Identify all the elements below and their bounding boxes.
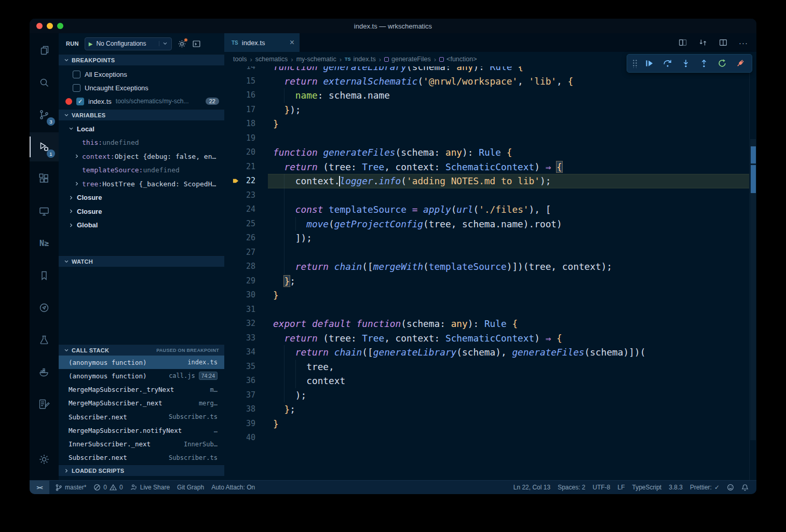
code-line[interactable]: 39} <box>224 417 749 431</box>
code-line[interactable]: 40 <box>224 431 749 445</box>
variable-row[interactable]: templateSource: undefined <box>59 163 224 178</box>
extensions-icon[interactable] <box>30 165 59 194</box>
call-stack-frame[interactable]: InnerSubscriber._nextInnerSub… <box>59 438 224 451</box>
beaker-icon[interactable] <box>30 325 59 354</box>
breakpoints-header[interactable]: BREAKPOINTS <box>59 54 224 65</box>
code-line[interactable]: 17 }); <box>224 103 749 117</box>
code-line[interactable]: 15 return externalSchematic('@nrwl/works… <box>224 74 749 89</box>
code-line[interactable]: 16 name: schema.name <box>224 88 749 103</box>
step-out-button[interactable] <box>695 54 713 72</box>
git-graph-button[interactable]: Git Graph <box>173 481 208 494</box>
code-line[interactable]: 38 }; <box>224 402 749 417</box>
minimize-window-button[interactable] <box>47 23 53 29</box>
open-changes-icon[interactable] <box>678 38 687 47</box>
continue-button[interactable] <box>640 54 658 72</box>
breadcrumb-item[interactable]: schematics <box>255 56 288 63</box>
breadcrumb-item[interactable]: <function> <box>439 56 477 63</box>
line-number[interactable]: 18 <box>224 117 255 131</box>
call-stack-frame[interactable]: MergeMapSubscriber._nextmerg… <box>59 397 224 410</box>
line-number[interactable]: 17 <box>224 103 255 117</box>
notifications-bell-icon[interactable] <box>738 481 752 494</box>
code-line[interactable]: 19 <box>224 131 749 146</box>
debug-console-button[interactable] <box>192 39 201 48</box>
line-number[interactable]: 33 <box>224 331 255 346</box>
line-number[interactable]: 29 <box>224 274 255 289</box>
variable-scope-row[interactable]: Closure <box>59 204 224 219</box>
cursor-position[interactable]: Ln 22, Col 13 <box>510 481 554 494</box>
code-line[interactable]: 20function generateFiles(schema: any): R… <box>224 145 749 160</box>
line-number[interactable]: 15 <box>224 74 255 89</box>
breadcrumb-item[interactable]: generateFiles <box>384 56 431 63</box>
call-stack-header[interactable]: CALL STACK PAUSED ON BREAKPOINT <box>59 344 224 356</box>
line-number[interactable]: 25 <box>224 217 255 231</box>
code-line[interactable]: 27 <box>224 245 749 260</box>
line-number[interactable]: 35 <box>224 360 255 374</box>
call-stack-frame[interactable]: (anonymous function)call.js74:24 <box>59 369 224 383</box>
breadcrumb-item[interactable]: my-schematic <box>296 56 336 63</box>
bookmarks-icon[interactable] <box>30 261 59 290</box>
run-and-debug-icon[interactable]: 1 <box>30 132 59 161</box>
code-line[interactable]: 23 <box>224 188 749 203</box>
disconnect-button[interactable] <box>731 54 749 72</box>
line-number[interactable]: 23 <box>224 188 255 203</box>
nx-console-icon[interactable]: N≥ <box>30 229 59 258</box>
line-number[interactable]: 27 <box>224 245 255 260</box>
encoding-indicator[interactable]: UTF-8 <box>589 481 614 494</box>
debug-config-picker[interactable]: ▶ No Configurations <box>85 37 172 50</box>
line-number[interactable]: 26 <box>224 231 255 245</box>
variables-header[interactable]: VARIABLES <box>59 109 224 120</box>
close-tab-icon[interactable]: × <box>290 38 294 47</box>
code-line[interactable]: 35 tree, <box>224 360 749 374</box>
indentation-indicator[interactable]: Spaces: 2 <box>554 481 589 494</box>
line-number[interactable]: 24 <box>224 202 255 217</box>
call-stack-frame[interactable]: (anonymous function)index.ts <box>59 356 224 369</box>
compass-icon[interactable] <box>30 293 59 322</box>
code-line[interactable]: 36 context <box>224 374 749 388</box>
call-stack-frame[interactable]: Subscriber.nextSubscriber.ts <box>59 410 224 424</box>
line-number[interactable]: 28 <box>224 260 255 274</box>
remote-explorer-icon[interactable] <box>30 197 59 226</box>
code-line[interactable]: 29 }; <box>224 274 749 289</box>
language-indicator[interactable]: TypeScript <box>629 481 666 494</box>
code-line[interactable]: 21 return (tree: Tree, context: Schemati… <box>224 160 749 174</box>
restart-button[interactable] <box>713 54 731 72</box>
prettier-indicator[interactable]: Prettier: ✓ <box>686 481 723 494</box>
editor-scrollbar[interactable] <box>749 66 756 480</box>
checkbox-unchecked[interactable] <box>73 71 80 78</box>
current-execution-line[interactable]: 22 context.logger.info('adding NOTES.md … <box>224 174 749 188</box>
remote-indicator[interactable]: >< <box>30 481 49 494</box>
compare-icon[interactable] <box>698 38 708 47</box>
variable-scope-row[interactable]: Local <box>59 122 224 136</box>
variable-scope-row[interactable]: Closure <box>59 191 224 205</box>
all-exceptions-row[interactable]: All Exceptions <box>59 67 224 81</box>
feedback-icon[interactable] <box>723 481 738 494</box>
line-number[interactable]: 19 <box>224 131 255 146</box>
tab-index-ts[interactable]: TS index.ts × <box>224 33 300 52</box>
variable-row[interactable]: context: Object {debug: false, en… <box>59 149 224 163</box>
variable-row[interactable]: this: undefined <box>59 136 224 150</box>
checkbox-checked[interactable]: ✓ <box>76 98 84 105</box>
code-line[interactable]: 34 return chain([generateLibrary(schema)… <box>224 345 749 360</box>
editor[interactable]: 14function generateLibrary(schema: any):… <box>224 66 756 480</box>
line-number[interactable]: 39 <box>224 417 255 431</box>
typescript-version[interactable]: 3.8.3 <box>665 481 686 494</box>
call-stack-frame[interactable]: Subscriber.nextSubscriber.ts <box>59 451 224 465</box>
code-line[interactable]: 25 move(getProjectConfig(tree, schema.na… <box>224 217 749 231</box>
code-line[interactable]: 28 return chain([mergeWith(templateSourc… <box>224 260 749 274</box>
call-stack-frame[interactable]: MergeMapSubscriber._tryNextm… <box>59 383 224 397</box>
debug-settings-button[interactable] <box>178 39 186 48</box>
code-line[interactable]: 26 ]); <box>224 231 749 245</box>
line-number[interactable]: 14 <box>224 66 255 74</box>
variable-scope-row[interactable]: Global <box>59 219 224 233</box>
line-number[interactable]: 16 <box>224 88 255 103</box>
problems-indicator[interactable]: 0 0 <box>90 481 126 494</box>
loaded-scripts-header[interactable]: LOADED SCRIPTS <box>59 465 224 476</box>
breadcrumb-item[interactable]: TSindex.ts <box>345 56 376 63</box>
breakpoint-row[interactable]: ✓ index.ts tools/schematics/my-sch... 22 <box>59 94 224 108</box>
auto-attach-indicator[interactable]: Auto Attach: On <box>208 481 259 494</box>
line-number[interactable]: 20 <box>224 145 255 160</box>
close-window-button[interactable] <box>36 23 43 29</box>
watch-header[interactable]: WATCH <box>59 255 224 267</box>
source-control-icon[interactable]: 3 <box>30 100 59 129</box>
line-number[interactable]: 40 <box>224 431 255 445</box>
